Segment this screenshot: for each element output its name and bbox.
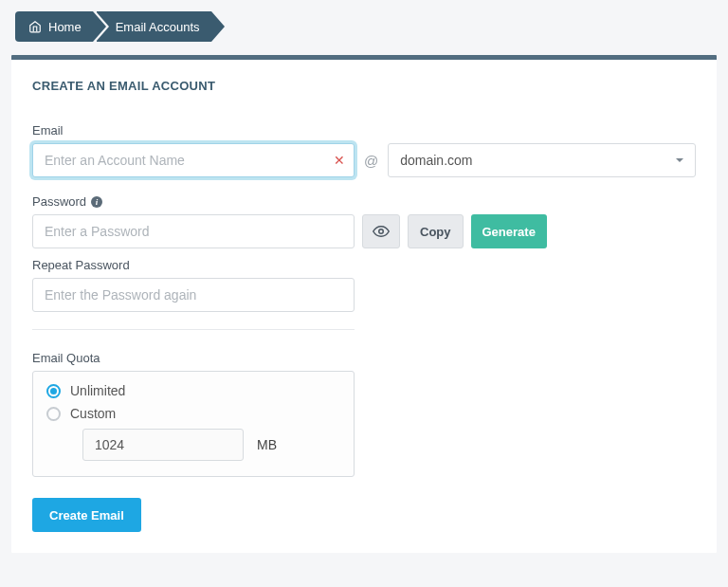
breadcrumb-current[interactable]: Email Accounts (97, 11, 211, 42)
repeat-password-input[interactable] (32, 278, 355, 312)
radio-unlimited[interactable] (46, 384, 61, 398)
at-symbol: @ (364, 153, 378, 169)
info-icon[interactable]: i (91, 196, 102, 208)
email-label: Email (32, 123, 696, 138)
home-icon (28, 20, 42, 33)
email-input-wrap: ✕ (32, 143, 355, 177)
generate-password-button[interactable]: Generate (471, 214, 547, 248)
breadcrumb: Home Email Accounts (11, 11, 717, 42)
email-account-input[interactable] (32, 143, 355, 177)
quota-unlimited-option[interactable]: Unlimited (46, 383, 340, 398)
password-input[interactable] (32, 214, 355, 248)
clear-icon[interactable]: ✕ (334, 154, 345, 167)
domain-selected-label: domain.com (400, 153, 472, 168)
password-row: Copy Generate (32, 214, 696, 248)
quota-custom-input-row: MB (82, 429, 340, 461)
password-label: Password i (32, 194, 696, 209)
quota-custom-value-input[interactable] (82, 429, 244, 461)
radio-custom[interactable] (46, 407, 61, 421)
password-label-text: Password (32, 194, 86, 209)
breadcrumb-home-label: Home (48, 20, 82, 34)
email-row: ✕ @ domain.com (32, 143, 696, 177)
breadcrumb-current-label: Email Accounts (116, 20, 200, 34)
show-password-button[interactable] (362, 214, 400, 248)
card-title: CREATE AN EMAIL ACCOUNT (11, 60, 717, 106)
eye-icon (373, 223, 390, 240)
copy-password-button[interactable]: Copy (408, 214, 464, 248)
section-divider (32, 329, 355, 330)
create-email-button[interactable]: Create Email (32, 498, 141, 532)
repeat-password-wrap (32, 278, 355, 312)
domain-select[interactable]: domain.com (388, 143, 696, 177)
password-input-wrap (32, 214, 355, 248)
quota-unit-label: MB (257, 437, 277, 452)
quota-custom-label: Custom (70, 406, 116, 421)
card-body: Email ✕ @ domain.com Password i Copy (11, 106, 717, 553)
svg-point-0 (379, 229, 384, 234)
quota-box: Unlimited Custom MB (32, 371, 355, 477)
create-email-card: CREATE AN EMAIL ACCOUNT Email ✕ @ domain… (11, 55, 717, 553)
chevron-down-icon (676, 158, 683, 162)
quota-label: Email Quota (32, 351, 696, 365)
quota-custom-option[interactable]: Custom (46, 406, 340, 421)
quota-unlimited-label: Unlimited (70, 383, 125, 398)
repeat-password-label: Repeat Password (32, 258, 696, 272)
breadcrumb-home[interactable]: Home (15, 11, 93, 42)
